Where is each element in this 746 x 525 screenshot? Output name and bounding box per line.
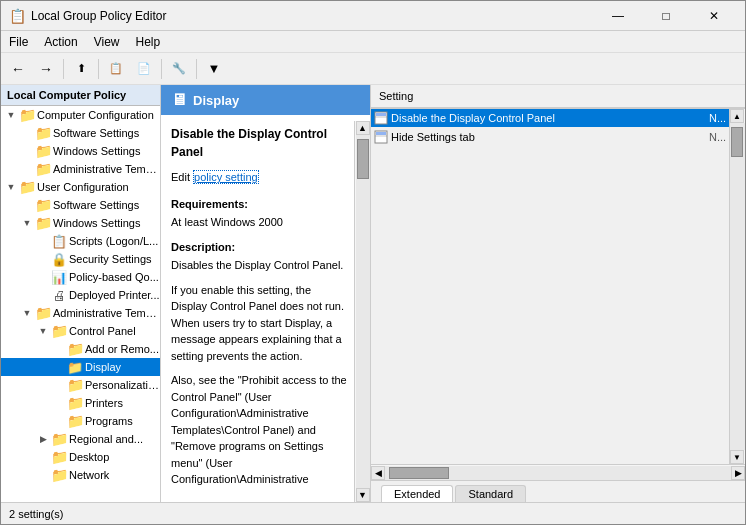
status-bar: 2 setting(s) bbox=[1, 502, 745, 524]
tree-item-printers[interactable]: 📁 Printers bbox=[1, 394, 160, 412]
tree-item-user-config[interactable]: ▼ 📁 User Configuration bbox=[1, 178, 160, 196]
settings-icon-2 bbox=[371, 130, 391, 144]
desc-section-detail1-text: If you enable this setting, the Display … bbox=[171, 282, 350, 365]
desc-scroll-down[interactable]: ▼ bbox=[356, 488, 370, 502]
tree-label-printers: Printers bbox=[85, 397, 160, 409]
toggle-printers bbox=[35, 287, 51, 303]
svg-rect-5 bbox=[376, 132, 386, 135]
tree-label-user-config: User Configuration bbox=[37, 181, 160, 193]
toggle-windows-settings-1 bbox=[19, 143, 35, 159]
toolbar-separator-2 bbox=[98, 59, 99, 79]
tree-item-admin-templates-1[interactable]: 📁 Administrative Temp... bbox=[1, 160, 160, 178]
toggle-regional[interactable]: ▶ bbox=[35, 431, 51, 447]
settings-row-2[interactable]: Hide Settings tab N... bbox=[371, 128, 729, 147]
tree-item-scripts[interactable]: 📋 Scripts (Logon/L... bbox=[1, 232, 160, 250]
folder-icon-add-remove: 📁 bbox=[67, 341, 83, 357]
toggle-programs bbox=[51, 413, 67, 429]
settings-hscroll-thumb[interactable] bbox=[389, 467, 449, 479]
tree-item-computer-config[interactable]: ▼ 📁 Computer Configuration bbox=[1, 106, 160, 124]
back-button[interactable]: ← bbox=[5, 56, 31, 82]
tree-item-windows-settings-1[interactable]: 📁 Windows Settings bbox=[1, 142, 160, 160]
desc-edit-prefix: Edit bbox=[171, 171, 190, 183]
toggle-computer-config[interactable]: ▼ bbox=[3, 107, 19, 123]
tree-item-add-remove[interactable]: 📁 Add or Remo... bbox=[1, 340, 160, 358]
tree-item-network[interactable]: 📁 Network bbox=[1, 466, 160, 484]
tree-label-windows-settings-2: Windows Settings bbox=[53, 217, 160, 229]
maximize-button[interactable]: □ bbox=[643, 2, 689, 30]
tree-item-software-settings-1[interactable]: 📁 Software Settings bbox=[1, 124, 160, 142]
tree-item-windows-settings-2[interactable]: ▼ 📁 Windows Settings bbox=[1, 214, 160, 232]
menu-view[interactable]: View bbox=[86, 31, 128, 52]
settings-v-scrollbar: ▲ ▼ bbox=[729, 109, 745, 464]
tree-item-control-panel[interactable]: ▼ 📁 Control Panel bbox=[1, 322, 160, 340]
settings-list-area: Disable the Display Control Panel N... bbox=[371, 109, 729, 464]
menu-action[interactable]: Action bbox=[36, 31, 85, 52]
folder-icon-desktop: 📁 bbox=[51, 449, 67, 465]
toolbar-separator-1 bbox=[63, 59, 64, 79]
status-text: 2 setting(s) bbox=[9, 508, 63, 520]
tree-item-desktop[interactable]: 📁 Desktop bbox=[1, 448, 160, 466]
desc-scroll-thumb[interactable] bbox=[357, 139, 369, 179]
tree-item-security-settings[interactable]: 🔒 Security Settings bbox=[1, 250, 160, 268]
up-button[interactable]: ⬆ bbox=[68, 56, 94, 82]
properties-button[interactable]: 🔧 bbox=[166, 56, 192, 82]
folder-icon-windows-1: 📁 bbox=[35, 143, 51, 159]
tree-pane: Local Computer Policy ▼ 📁 Computer Confi… bbox=[1, 85, 161, 502]
settings-scroll-thumb[interactable] bbox=[731, 127, 743, 157]
tree-item-personalization[interactable]: 📁 Personalizatio... bbox=[1, 376, 160, 394]
folder-icon-admin-1: 📁 bbox=[35, 161, 51, 177]
toggle-control-panel[interactable]: ▼ bbox=[35, 323, 51, 339]
tree-item-display[interactable]: 📁 Display bbox=[1, 358, 160, 376]
tree-label-deployed-printers: Deployed Printer... bbox=[69, 289, 160, 301]
settings-hscroll-left[interactable]: ◀ bbox=[371, 466, 385, 480]
qos-icon: 📊 bbox=[51, 269, 67, 285]
tree-item-software-settings-2[interactable]: 📁 Software Settings bbox=[1, 196, 160, 214]
forward-button[interactable]: → bbox=[33, 56, 59, 82]
settings-status-2: N... bbox=[709, 131, 729, 143]
minimize-button[interactable]: — bbox=[595, 2, 641, 30]
show-hide-button[interactable]: 📋 bbox=[103, 56, 129, 82]
tree-item-admin-templates-2[interactable]: ▼ 📁 Administrative Temp... bbox=[1, 304, 160, 322]
toggle-software-2 bbox=[19, 197, 35, 213]
folder-icon-printers: 📁 bbox=[67, 395, 83, 411]
toggle-admin-2[interactable]: ▼ bbox=[19, 305, 35, 321]
folder-icon-control-panel: 📁 bbox=[51, 323, 67, 339]
tab-bar: Extended Standard bbox=[371, 480, 745, 502]
tree-item-programs[interactable]: 📁 Programs bbox=[1, 412, 160, 430]
tree-item-policy-qos[interactable]: 📊 Policy-based Qo... bbox=[1, 268, 160, 286]
folder-icon-regional: 📁 bbox=[51, 431, 67, 447]
desc-scroll-up[interactable]: ▲ bbox=[356, 121, 370, 135]
tab-extended[interactable]: Extended bbox=[381, 485, 453, 502]
menu-file[interactable]: File bbox=[1, 31, 36, 52]
toggle-user-config[interactable]: ▼ bbox=[3, 179, 19, 195]
tree-label-scripts: Scripts (Logon/L... bbox=[69, 235, 160, 247]
desc-edit-link[interactable]: policy setting bbox=[193, 170, 259, 184]
window-title: Local Group Policy Editor bbox=[31, 9, 595, 23]
toggle-windows-2[interactable]: ▼ bbox=[19, 215, 35, 231]
tree-label-software-settings-1: Software Settings bbox=[53, 127, 160, 139]
settings-scroll-down[interactable]: ▼ bbox=[730, 450, 744, 464]
settings-row-1[interactable]: Disable the Display Control Panel N... bbox=[371, 109, 729, 128]
title-bar: 📋 Local Group Policy Editor — □ ✕ bbox=[1, 1, 745, 31]
col-header-setting[interactable]: Setting bbox=[371, 88, 421, 104]
menu-help[interactable]: Help bbox=[128, 31, 169, 52]
desc-header-icon: 🖥 bbox=[171, 91, 187, 109]
tree-item-deployed-printers[interactable]: 🖨 Deployed Printer... bbox=[1, 286, 160, 304]
folder-icon-display: 📁 bbox=[67, 359, 83, 375]
settings-scroll-up[interactable]: ▲ bbox=[730, 109, 744, 123]
new-window-button[interactable]: 📄 bbox=[131, 56, 157, 82]
settings-hscroll-right[interactable]: ▶ bbox=[731, 466, 745, 480]
content-area: Local Computer Policy ▼ 📁 Computer Confi… bbox=[1, 85, 745, 502]
close-button[interactable]: ✕ bbox=[691, 2, 737, 30]
toggle-scripts bbox=[35, 233, 51, 249]
desc-section-detail2-text: Also, see the "Prohibit access to the Co… bbox=[171, 372, 350, 488]
tree-label-policy-qos: Policy-based Qo... bbox=[69, 271, 160, 283]
desc-title: Disable the Display Control Panel bbox=[171, 125, 350, 161]
tree-item-regional[interactable]: ▶ 📁 Regional and... bbox=[1, 430, 160, 448]
toggle-add-remove bbox=[51, 341, 67, 357]
desc-section-requirements: Requirements: At least Windows 2000 bbox=[171, 196, 350, 231]
tree-label-admin-templates-2: Administrative Temp... bbox=[53, 307, 160, 319]
settings-status-1: N... bbox=[709, 112, 729, 124]
filter-button[interactable]: ▼ bbox=[201, 56, 227, 82]
tab-standard[interactable]: Standard bbox=[455, 485, 526, 502]
